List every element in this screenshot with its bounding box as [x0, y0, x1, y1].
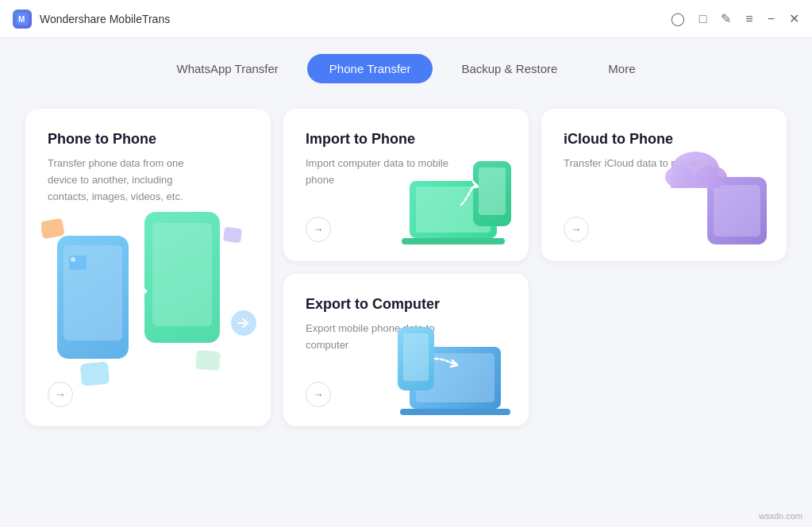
icloud-illustration	[660, 137, 779, 248]
card-icloud-arrow[interactable]: →	[564, 217, 589, 242]
card-export-arrow[interactable]: →	[306, 382, 331, 407]
card-import-arrow[interactable]: →	[306, 217, 331, 242]
phone-to-phone-illustration	[41, 188, 255, 394]
svg-rect-19	[714, 185, 760, 237]
title-bar: M Wondershare MobileTrans ◯ □ ✎ ≡ − ✕	[0, 0, 812, 38]
card-phone-to-phone-title: Phone to Phone	[48, 131, 248, 148]
import-illustration	[402, 137, 521, 248]
svg-point-11	[71, 257, 75, 262]
app-icon: M	[13, 10, 32, 29]
close-icon[interactable]: ✕	[789, 11, 799, 26]
export-illustration	[394, 307, 521, 418]
main-content: Phone to Phone Transfer phone data from …	[0, 96, 812, 445]
svg-rect-6	[41, 218, 65, 240]
watermark: wsxdn.com	[759, 511, 802, 521]
card-import-to-phone[interactable]: Import to Phone Import computer data to …	[283, 109, 529, 261]
svg-rect-15	[402, 238, 505, 244]
nav-tabs: WhatsApp Transfer Phone Transfer Backup …	[0, 38, 812, 96]
card-phone-to-phone-arrow[interactable]: →	[48, 382, 73, 407]
svg-rect-5	[152, 223, 212, 326]
svg-rect-17	[479, 167, 506, 215]
account-icon[interactable]: ◯	[671, 11, 685, 26]
window-icon[interactable]: □	[699, 12, 707, 26]
title-bar-left: M Wondershare MobileTrans	[13, 10, 170, 29]
svg-rect-7	[223, 227, 242, 244]
svg-text:M: M	[18, 15, 25, 24]
tab-more[interactable]: More	[586, 54, 657, 83]
edit-icon[interactable]: ✎	[721, 11, 731, 26]
svg-rect-28	[403, 333, 429, 381]
app-title: Wondershare MobileTrans	[40, 13, 170, 25]
title-bar-controls: ◯ □ ✎ ≡ − ✕	[671, 11, 799, 26]
card-phone-to-phone[interactable]: Phone to Phone Transfer phone data from …	[25, 109, 271, 426]
svg-rect-23	[671, 175, 720, 188]
minimize-icon[interactable]: −	[768, 12, 775, 26]
svg-rect-9	[195, 350, 221, 371]
card-icloud-to-phone[interactable]: iCloud to Phone Transfer iCloud data to …	[541, 109, 787, 261]
menu-icon[interactable]: ≡	[745, 12, 752, 26]
svg-rect-26	[400, 409, 510, 415]
tab-phone[interactable]: Phone Transfer	[307, 54, 433, 83]
tab-whatsapp[interactable]: WhatsApp Transfer	[154, 54, 300, 83]
card-export-to-computer[interactable]: Export to Computer Export mobile phone d…	[283, 274, 529, 426]
tab-backup[interactable]: Backup & Restore	[439, 54, 579, 83]
svg-rect-8	[80, 361, 110, 386]
